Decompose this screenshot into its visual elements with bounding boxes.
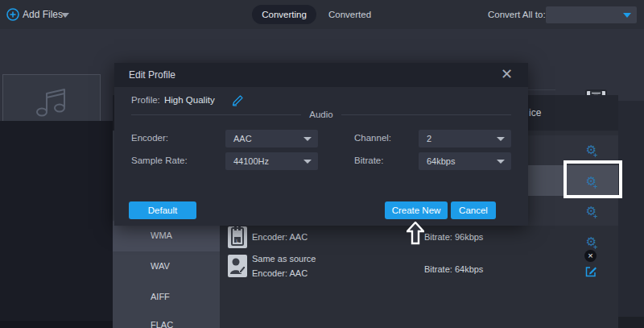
encoder-dropdown[interactable]: AAC	[225, 130, 318, 147]
profile-edit-pencil-icon[interactable]	[232, 94, 244, 106]
same-as-source-profile-icon	[228, 255, 247, 277]
edit-profile-dialog: Edit Profile ✕ Profile: High Quality Aud…	[114, 63, 528, 226]
profile-encoder-label: Encoder: AAC	[252, 232, 308, 242]
remove-profile-icon[interactable]: ×	[584, 250, 597, 262]
channel-dropdown[interactable]: 2	[419, 130, 511, 147]
profile-bitrate-label: Bitrate: 96kbps	[424, 232, 483, 242]
sample-rate-label: Sample Rate:	[131, 156, 188, 165]
add-files-button[interactable]: Add Files	[23, 9, 63, 20]
profile-name-value: High Quality	[164, 95, 215, 105]
audio-section-title: Audio	[301, 110, 341, 119]
create-new-button[interactable]: Create New	[385, 201, 448, 219]
chevron-down-icon	[303, 160, 312, 164]
video-converter-window: Add Files Converting Converted Convert A…	[0, 0, 644, 328]
dialog-title: Edit Profile	[129, 69, 175, 81]
edit-profile-square-icon[interactable]	[584, 265, 597, 278]
sidebar-item-flac[interactable]: FLAC	[151, 320, 173, 328]
bottom-bar-right	[618, 317, 644, 328]
format-panel-title-fragment: ice	[529, 107, 541, 118]
bitrate-dropdown[interactable]: 64kbps	[419, 152, 511, 170]
profile-title: Same as source	[252, 254, 316, 264]
bottom-bar-left	[0, 321, 113, 328]
highlight-annotation-box	[564, 160, 622, 198]
profile-encoder-label: Encoder: AAC	[252, 268, 308, 278]
sample-rate-dropdown[interactable]: 44100Hz	[225, 152, 318, 170]
user-edit-icon	[228, 255, 247, 277]
music-note-icon	[34, 86, 69, 118]
chevron-down-icon	[303, 137, 312, 141]
dialog-header: Edit Profile ✕	[114, 63, 528, 87]
profile-label: Profile:	[131, 95, 160, 105]
chevron-down-icon	[497, 137, 505, 141]
convert-all-chevron-down-icon	[623, 13, 631, 18]
sidebar-item-wma[interactable]: WMA	[151, 230, 172, 240]
profile-bitrate-label: Bitrate: 64kbps	[424, 264, 483, 274]
channel-label: Channel:	[354, 133, 391, 143]
custom-profile-gear-icon[interactable]: ⚙+	[584, 143, 598, 157]
convert-all-to-label: Convert All to:	[488, 10, 546, 19]
lossless-profile-icon: L	[228, 226, 247, 248]
file-list-background	[0, 121, 113, 328]
tab-converting[interactable]: Converting	[252, 5, 316, 24]
sidebar-item-wav[interactable]: WAV	[151, 261, 170, 271]
default-button[interactable]: Default	[129, 201, 196, 219]
custom-profile-gear-icon[interactable]: ⚙+	[584, 235, 598, 249]
add-files-plus-icon[interactable]	[6, 8, 19, 21]
format-panel-right-margin	[618, 101, 644, 317]
chevron-down-icon	[497, 160, 505, 164]
add-files-chevron-down-icon[interactable]	[61, 13, 69, 18]
convert-all-dropdown[interactable]	[546, 6, 637, 23]
bitrate-label: Bitrate:	[354, 156, 383, 165]
disk-icon: L	[228, 226, 247, 248]
top-toolbar: Add Files Converting Converted Convert A…	[0, 0, 644, 29]
encoder-label: Encoder:	[131, 133, 168, 143]
audio-section-divider: Audio	[131, 109, 511, 120]
tab-converted[interactable]: Converted	[328, 10, 371, 19]
sidebar-item-aiff[interactable]: AIFF	[151, 292, 170, 301]
custom-profile-gear-icon[interactable]: ⚙+	[584, 205, 598, 218]
dialog-close-icon[interactable]: ✕	[501, 65, 513, 83]
up-arrow-cursor-icon	[407, 222, 424, 245]
cancel-button[interactable]: Cancel	[451, 201, 496, 219]
